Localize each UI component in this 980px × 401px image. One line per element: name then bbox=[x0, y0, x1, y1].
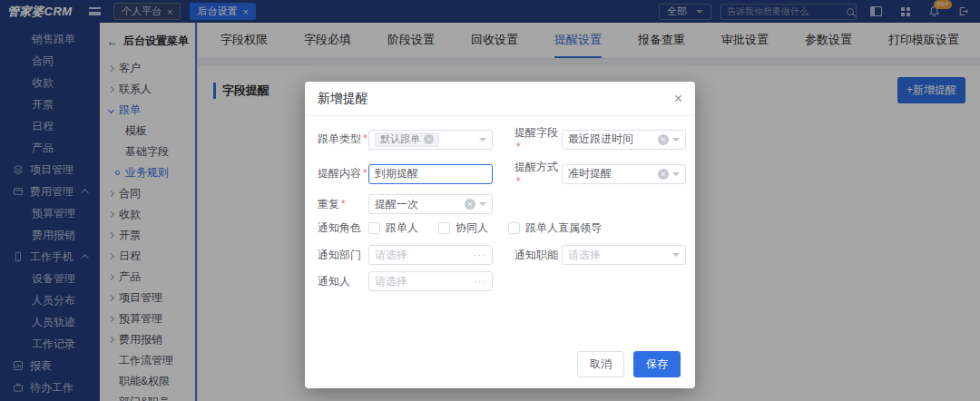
reminder-content-input[interactable] bbox=[375, 168, 486, 181]
reminder-content-field bbox=[368, 164, 493, 184]
chevron-down-icon bbox=[479, 138, 486, 142]
chevron-down-icon bbox=[672, 138, 680, 142]
notify-role-label: 通知角色 bbox=[318, 220, 368, 236]
repeat-select[interactable]: 提醒一次 bbox=[368, 194, 493, 214]
checkbox-icon[interactable] bbox=[508, 222, 520, 234]
save-button[interactable]: 保存 bbox=[633, 351, 681, 377]
tag-remove-icon[interactable] bbox=[424, 134, 434, 144]
clear-icon[interactable] bbox=[658, 134, 669, 145]
add-reminder-dialog: 新增提醒 × 跟单类型 默认跟单 提醒字段 最近跟进时间 bbox=[305, 82, 695, 388]
selected-tag: 默认跟单 bbox=[375, 132, 439, 147]
followup-type-label: 跟单类型 bbox=[318, 132, 368, 147]
reminder-field-select[interactable]: 最近跟进时间 bbox=[562, 130, 686, 150]
reminder-method-label: 提醒方式 bbox=[514, 160, 562, 188]
chevron-down-icon bbox=[672, 172, 680, 176]
notify-department-picker[interactable]: 请选择 bbox=[368, 245, 493, 265]
notify-person-picker[interactable]: 请选择 bbox=[368, 271, 493, 291]
checkbox-icon[interactable] bbox=[438, 222, 450, 234]
notify-department-label: 通知部门 bbox=[318, 248, 368, 263]
notify-job-select[interactable]: 请选择 bbox=[562, 245, 686, 265]
reminder-field-label: 提醒字段 bbox=[514, 125, 562, 153]
followup-type-select[interactable]: 默认跟单 bbox=[368, 130, 493, 150]
notify-job-label: 通知职能 bbox=[514, 248, 562, 263]
close-icon[interactable]: × bbox=[674, 92, 682, 106]
repeat-label: 重复 bbox=[318, 197, 368, 212]
reminder-content-label: 提醒内容 bbox=[318, 166, 368, 181]
chevron-down-icon bbox=[479, 202, 486, 206]
notify-person-label: 通知人 bbox=[318, 274, 368, 289]
checkbox-followup-owner[interactable]: 跟单人 bbox=[368, 220, 418, 236]
checkbox-collaborator[interactable]: 协同人 bbox=[438, 220, 488, 236]
chevron-down-icon bbox=[672, 253, 680, 257]
checkbox-owner-direct-leader[interactable]: 跟单人直属领导 bbox=[508, 220, 602, 236]
dialog-title: 新增提醒 bbox=[318, 91, 368, 107]
ellipsis-icon bbox=[474, 276, 486, 287]
cancel-button[interactable]: 取消 bbox=[577, 351, 624, 377]
clear-icon[interactable] bbox=[465, 199, 475, 210]
ellipsis-icon bbox=[474, 249, 486, 260]
clear-icon[interactable] bbox=[658, 169, 669, 180]
reminder-method-select[interactable]: 准时提醒 bbox=[562, 164, 686, 184]
checkbox-icon[interactable] bbox=[368, 222, 380, 234]
